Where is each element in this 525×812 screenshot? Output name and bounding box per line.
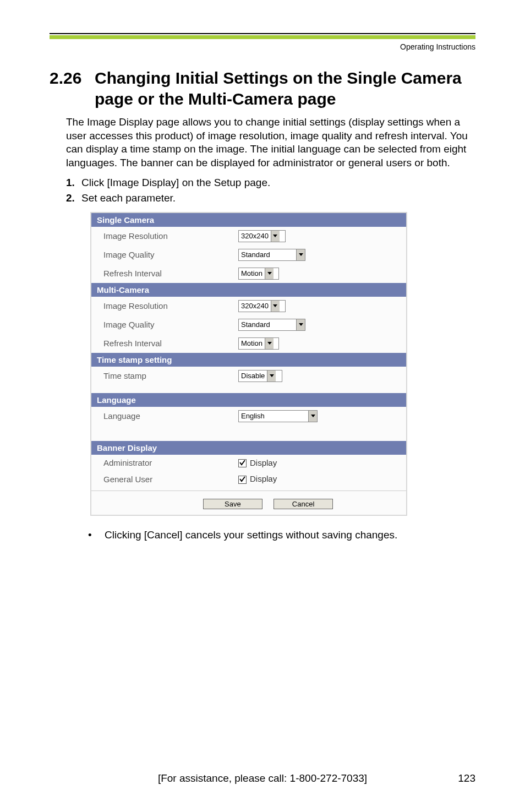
heading-title: Changing Initial Settings on the Single … xyxy=(95,68,475,109)
heading-number: 2.26 xyxy=(50,68,95,109)
svg-marker-5 xyxy=(267,342,272,345)
page: Operating Instructions 2.26 Changing Ini… xyxy=(0,0,525,812)
select-time-stamp[interactable]: Disable xyxy=(238,370,282,382)
bullet-icon: • xyxy=(88,529,105,541)
check-icon xyxy=(239,459,246,466)
spacer xyxy=(91,433,406,441)
note-text: Clicking [Cancel] cancels your settings … xyxy=(105,529,397,541)
svg-marker-7 xyxy=(311,415,315,417)
time-stamp-header: Time stamp setting xyxy=(91,353,406,367)
check-icon xyxy=(239,476,246,483)
select-value: 320x240 xyxy=(239,302,271,310)
step-2-text: Set each parameter. xyxy=(81,192,475,204)
row-mc-image-resolution: Image Resolution 320x240 xyxy=(91,297,406,315)
label-mc-refresh-interval: Refresh Interval xyxy=(91,339,238,348)
label-mc-image-quality: Image Quality xyxy=(91,320,238,329)
chevron-down-icon xyxy=(271,231,280,242)
row-administrator: Administrator Display xyxy=(91,455,406,471)
footer-assistance: [For assistance, please call: 1-800-272-… xyxy=(83,772,442,784)
step-1-number: 1. xyxy=(66,177,81,189)
settings-form: Single Camera Image Resolution 320x240 I… xyxy=(90,212,407,516)
step-list: 1. Click [Image Display] on the Setup pa… xyxy=(66,177,475,208)
chevron-down-icon xyxy=(267,370,276,382)
spacer xyxy=(91,426,406,433)
select-mc-image-resolution[interactable]: 320x240 xyxy=(238,300,286,312)
note-list: • Clicking [Cancel] cancels your setting… xyxy=(88,529,475,541)
chevron-down-icon xyxy=(265,338,274,349)
select-mc-refresh-interval[interactable]: Motion xyxy=(238,337,279,350)
note-item: • Clicking [Cancel] cancels your setting… xyxy=(88,529,475,541)
button-row: Save Cancel xyxy=(91,491,406,515)
chevron-down-icon xyxy=(271,301,280,312)
chevron-down-icon xyxy=(265,268,274,279)
svg-marker-0 xyxy=(273,235,277,237)
intro-paragraph: The Image Display page allows you to cha… xyxy=(66,116,475,170)
row-sc-refresh-interval: Refresh Interval Motion xyxy=(91,264,406,283)
label-general-user: General User xyxy=(91,475,238,484)
label-sc-image-resolution: Image Resolution xyxy=(91,231,238,241)
svg-marker-2 xyxy=(267,272,272,275)
chevron-down-icon xyxy=(296,249,305,260)
section-heading: 2.26 Changing Initial Settings on the Si… xyxy=(50,68,475,109)
row-sc-image-quality: Image Quality Standard xyxy=(91,246,406,264)
save-button[interactable]: Save xyxy=(203,499,262,509)
svg-marker-3 xyxy=(273,304,277,307)
select-value: 320x240 xyxy=(239,232,271,240)
row-mc-refresh-interval: Refresh Interval Motion xyxy=(91,334,406,353)
select-value: Disable xyxy=(239,372,267,380)
select-sc-image-quality[interactable]: Standard xyxy=(238,249,305,261)
checkbox-label: Display xyxy=(250,458,277,467)
row-mc-image-quality: Image Quality Standard xyxy=(91,315,406,334)
svg-marker-6 xyxy=(270,374,274,377)
select-value: Standard xyxy=(239,320,296,329)
label-sc-refresh-interval: Refresh Interval xyxy=(91,269,238,278)
chevron-down-icon xyxy=(308,411,317,422)
step-1-text: Click [Image Display] on the Setup page. xyxy=(81,177,475,189)
row-sc-image-resolution: Image Resolution 320x240 xyxy=(91,227,406,246)
select-mc-image-quality[interactable]: Standard xyxy=(238,319,305,331)
step-2-number: 2. xyxy=(66,192,81,204)
page-number: 123 xyxy=(442,772,475,784)
checkbox-general-user-display[interactable] xyxy=(238,476,247,484)
spacer xyxy=(91,385,406,393)
label-sc-image-quality: Image Quality xyxy=(91,250,238,259)
row-time-stamp: Time stamp Disable xyxy=(91,367,406,385)
row-general-user: General User Display xyxy=(91,471,406,487)
footer-left-spacer xyxy=(50,772,83,784)
label-time-stamp: Time stamp xyxy=(91,371,238,380)
green-bar xyxy=(50,35,475,39)
select-value: Motion xyxy=(239,339,265,347)
select-sc-image-resolution[interactable]: 320x240 xyxy=(238,230,286,242)
select-value: Motion xyxy=(239,269,265,277)
label-administrator: Administrator xyxy=(91,458,238,467)
banner-display-header: Banner Display xyxy=(91,441,406,455)
label-mc-image-resolution: Image Resolution xyxy=(91,301,238,310)
checkbox-administrator-display[interactable] xyxy=(238,459,247,467)
running-header: Operating Instructions xyxy=(50,42,475,51)
top-rule xyxy=(50,33,475,34)
multi-camera-header: Multi-Camera xyxy=(91,283,406,297)
svg-marker-1 xyxy=(299,253,303,256)
row-language: Language English xyxy=(91,407,406,426)
single-camera-header: Single Camera xyxy=(91,213,406,227)
language-header: Language xyxy=(91,393,406,407)
checkbox-label: Display xyxy=(250,474,277,483)
chevron-down-icon xyxy=(296,319,305,330)
page-footer: [For assistance, please call: 1-800-272-… xyxy=(50,772,475,784)
cancel-button[interactable]: Cancel xyxy=(274,499,333,509)
svg-marker-4 xyxy=(299,323,303,326)
select-sc-refresh-interval[interactable]: Motion xyxy=(238,268,279,280)
select-language[interactable]: English xyxy=(238,410,318,422)
select-value: English xyxy=(239,412,308,420)
label-language: Language xyxy=(91,411,238,421)
step-1: 1. Click [Image Display] on the Setup pa… xyxy=(66,177,475,189)
select-value: Standard xyxy=(239,250,296,259)
step-2: 2. Set each parameter. xyxy=(66,192,475,204)
